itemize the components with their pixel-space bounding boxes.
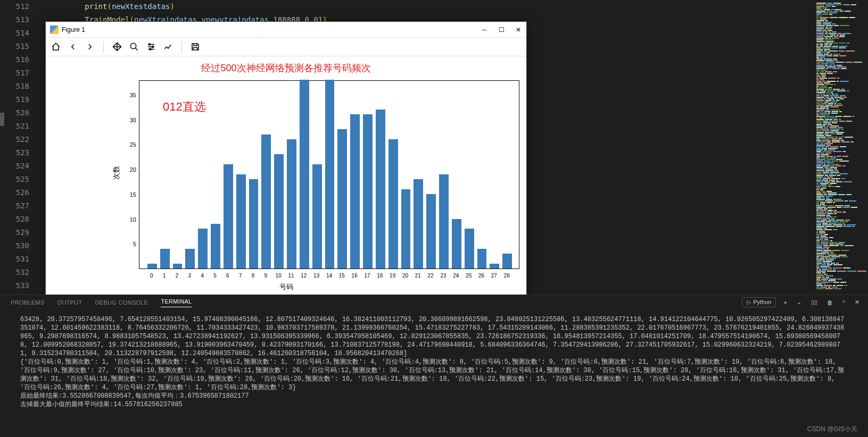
chart-title: 经过500次神经网络预测各推荐号码频次 [56, 62, 516, 74]
bar [211, 224, 220, 268]
matplotlib-icon [50, 26, 59, 34]
bar [236, 174, 246, 269]
bar [490, 264, 499, 268]
bar [325, 80, 335, 268]
bar [376, 110, 385, 268]
watermark: CSDN @GIS小天 [807, 425, 857, 434]
bar [401, 189, 411, 268]
terminal-shell-selector[interactable]: ▷Python [742, 297, 776, 307]
bar [388, 139, 398, 268]
panel-tab-terminal[interactable]: TERMINAL [161, 298, 192, 307]
bar [350, 114, 360, 268]
bar [426, 194, 436, 268]
plot-area [139, 80, 519, 269]
x-axis-label: 号码 [279, 282, 293, 292]
split-terminal-icon[interactable]: ▯▯ [809, 298, 820, 307]
x-axis: 0123456789101112131415161718192021222324… [139, 272, 519, 282]
back-icon[interactable] [67, 41, 79, 53]
bar [414, 179, 423, 268]
bar [363, 114, 373, 268]
bar [502, 254, 512, 268]
line-gutter: 5125135145155165175185195205215225235245… [0, 0, 40, 295]
bar [287, 139, 296, 268]
bar [274, 154, 284, 268]
bar [337, 129, 347, 268]
svg-point-0 [130, 43, 136, 49]
trash-icon[interactable]: 🗑 [825, 298, 835, 307]
home-icon[interactable] [50, 41, 62, 53]
bar [477, 249, 487, 268]
configure-icon[interactable] [145, 41, 157, 53]
bar [465, 229, 474, 268]
bar [261, 135, 271, 268]
svg-point-2 [152, 46, 154, 48]
panel-tab-debug-console[interactable]: DEBUG CONSOLE [95, 299, 148, 306]
svg-point-1 [149, 44, 151, 45]
save-icon[interactable] [189, 41, 201, 53]
bar [173, 264, 183, 268]
bar [249, 179, 259, 268]
panel-tab-output[interactable]: OUTPUT [57, 299, 82, 306]
figure-canvas: 经过500次神经网络预测各推荐号码频次 012直选 次数 51015202530… [46, 56, 526, 296]
figure-title: Figure 1 [62, 26, 481, 33]
panel-tab-problems[interactable]: PROBLEMS [11, 299, 45, 306]
svg-point-3 [150, 48, 151, 50]
forward-icon[interactable] [84, 41, 96, 53]
bar [147, 264, 157, 268]
pan-icon[interactable] [111, 41, 123, 53]
maximize-button[interactable]: ☐ [498, 26, 505, 33]
bar [300, 80, 309, 268]
bar [160, 249, 170, 268]
bar [312, 164, 322, 268]
active-line-indicator [0, 113, 4, 126]
bar [452, 219, 461, 268]
bar [198, 229, 208, 268]
bar [439, 174, 449, 269]
chevron-down-icon[interactable]: ⌄ [795, 298, 804, 307]
terminal-panel: PROBLEMSOUTPUTDEBUG CONSOLETERMINAL ▷Pyt… [0, 295, 868, 414]
figure-window: Figure 1 ─ ☐ ✕ 经过500次神经网络预测各推荐号码频次 012直选… [45, 21, 527, 295]
add-terminal-icon[interactable]: + [781, 298, 789, 307]
panel-tabs: PROBLEMSOUTPUTDEBUG CONSOLETERMINAL [0, 295, 868, 310]
y-axis: 5101520253035 [120, 80, 139, 269]
close-button[interactable]: ✕ [515, 26, 522, 33]
minimap[interactable] [815, 0, 868, 295]
bar [224, 164, 233, 268]
figure-titlebar[interactable]: Figure 1 ─ ☐ ✕ [46, 22, 526, 38]
close-panel-icon[interactable]: ✕ [853, 298, 862, 307]
zoom-icon[interactable] [128, 41, 140, 53]
minimize-button[interactable]: ─ [481, 26, 488, 33]
maximize-panel-icon[interactable]: ^ [840, 298, 847, 307]
lineplot-icon[interactable] [162, 41, 174, 53]
terminal-output[interactable]: 63428, 20.37257957458496, 7.654128551483… [0, 310, 868, 414]
bar [185, 249, 195, 268]
figure-toolbar [46, 38, 526, 56]
